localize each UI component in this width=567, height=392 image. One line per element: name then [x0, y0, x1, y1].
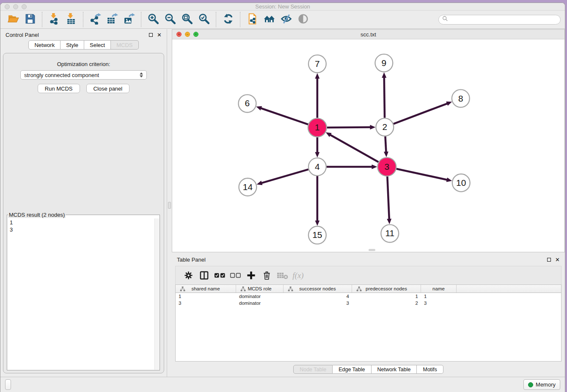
- export-network-button[interactable]: [87, 11, 104, 28]
- table-panel-close-button[interactable]: ✕: [555, 258, 560, 262]
- hide-selected-button[interactable]: [278, 11, 295, 28]
- function-builder-button: f(x): [290, 268, 306, 283]
- canvas-hscrollbar[interactable]: [369, 249, 375, 251]
- clone-network-button[interactable]: [244, 11, 261, 28]
- run-mcds-button[interactable]: Run MCDS: [38, 84, 80, 93]
- zoom-out-button[interactable]: [162, 11, 179, 28]
- zoom-out-icon: [165, 13, 176, 26]
- column-header-shared-name[interactable]: shared name: [176, 285, 236, 293]
- export-table-button[interactable]: [104, 11, 121, 28]
- tab-motifs[interactable]: Motifs: [417, 365, 443, 374]
- hierarchy-icon: [238, 286, 244, 292]
- edge-2-3[interactable]: [385, 136, 386, 152]
- tab-node-table[interactable]: Node Table: [293, 365, 333, 374]
- gear-button[interactable]: [181, 268, 196, 283]
- home-icon: [264, 13, 275, 26]
- network-titlebar: × − + scc.txt: [172, 30, 564, 39]
- result-scrollbar[interactable]: [154, 218, 159, 370]
- node-label-7: 7: [315, 59, 320, 69]
- tab-style[interactable]: Style: [61, 40, 84, 50]
- control-panel-tabs: NetworkStyleSelectMCDS: [0, 40, 167, 50]
- node-label-4: 4: [315, 162, 320, 171]
- edge-3-10[interactable]: [396, 169, 447, 180]
- trash-button[interactable]: [259, 268, 275, 283]
- memory-button[interactable]: Memory: [523, 379, 560, 390]
- node-table: shared nameMCDS rolesuccessor nodesprede…: [175, 284, 561, 362]
- cell-name[interactable]: 3: [421, 301, 457, 306]
- edge-2-9[interactable]: [384, 77, 385, 118]
- zoom-in-button[interactable]: [145, 11, 162, 28]
- columns-button[interactable]: [196, 268, 212, 283]
- table-toolbar: f(x): [175, 266, 561, 284]
- open-folder-button[interactable]: [5, 11, 22, 28]
- zoom-selected-button[interactable]: [195, 11, 212, 28]
- window-title: Session: New Session: [0, 3, 565, 10]
- criterion-select[interactable]: strongly connected component: [20, 70, 147, 80]
- table-row[interactable]: 1dominator411: [176, 293, 561, 300]
- tab-select[interactable]: Select: [84, 40, 111, 50]
- deselect-all-button[interactable]: [228, 268, 243, 283]
- close-icon: ✕: [157, 33, 162, 37]
- edge-4-14[interactable]: [261, 169, 308, 183]
- edge-2-8[interactable]: [394, 104, 447, 124]
- import-network-button[interactable]: [46, 11, 63, 28]
- edge-1-2[interactable]: [327, 127, 371, 128]
- column-header-name[interactable]: name: [421, 285, 457, 293]
- export-image-button[interactable]: [121, 11, 138, 28]
- task-history-button[interactable]: [5, 379, 11, 390]
- tab-edge-table[interactable]: Edge Table: [333, 365, 371, 374]
- show-all-icon: [297, 13, 309, 26]
- toolbar-groups: [5, 11, 311, 28]
- search-field[interactable]: [438, 15, 561, 25]
- toolbar-separator: [141, 12, 141, 27]
- zoom-fit-button[interactable]: [179, 11, 195, 28]
- home-button[interactable]: [261, 11, 278, 28]
- cell-successor-nodes[interactable]: 3: [284, 301, 352, 306]
- column-header-predecessor-nodes[interactable]: predecessor nodes: [352, 285, 421, 293]
- cell-predecessor-nodes[interactable]: 1: [352, 294, 421, 299]
- mcds-result-group: MCDS result (2 nodes) 1 3: [7, 212, 160, 370]
- table-panel-float-button[interactable]: [547, 258, 551, 262]
- table-tabs: Node TableEdge TableNetwork TableMotifs: [172, 365, 565, 374]
- edge-1-6[interactable]: [261, 108, 308, 124]
- search-input[interactable]: [450, 17, 557, 22]
- float-icon: [547, 258, 551, 262]
- network-canvas[interactable]: 7968124314101511: [172, 39, 564, 252]
- save-button[interactable]: [22, 11, 39, 28]
- control-panel-float-button[interactable]: [149, 33, 153, 37]
- tab-mcds[interactable]: MCDS: [111, 40, 138, 50]
- cell-predecessor-nodes[interactable]: 2: [352, 301, 421, 306]
- mcds-result-title: MCDS result (2 nodes): [8, 212, 66, 218]
- close-panel-button[interactable]: Close panel: [86, 84, 130, 93]
- tab-network[interactable]: Network: [28, 40, 61, 50]
- column-header-MCDS-role[interactable]: MCDS role: [236, 285, 284, 293]
- cell-shared-name[interactable]: 3: [176, 301, 236, 306]
- cell-shared-name[interactable]: 1: [176, 294, 236, 299]
- panel-splitter[interactable]: [167, 29, 172, 377]
- splitter-handle-icon[interactable]: [168, 202, 171, 209]
- table-row[interactable]: 3dominator323: [176, 300, 561, 306]
- select-all-button[interactable]: [212, 268, 228, 283]
- zoom-selected-icon: [198, 13, 210, 26]
- control-panel-close-button[interactable]: ✕: [157, 33, 162, 37]
- gear-icon: [184, 271, 193, 280]
- edge-3-1[interactable]: [330, 135, 378, 162]
- edge-3-11[interactable]: [387, 177, 389, 219]
- refresh-button[interactable]: [220, 11, 237, 28]
- column-header-successor-nodes[interactable]: successor nodes: [284, 285, 352, 293]
- import-table-button[interactable]: [63, 11, 80, 28]
- tab-network-table[interactable]: Network Table: [372, 365, 417, 374]
- app-window: Session: New Session Control Panel ✕ Net…: [0, 3, 565, 392]
- cell-MCDS-role[interactable]: dominator: [236, 294, 284, 299]
- cell-name[interactable]: 1: [421, 294, 457, 299]
- status-bar: Memory: [0, 377, 565, 392]
- trash-icon: [262, 271, 271, 280]
- optimization-criterion-label: Optimization criterion:: [3, 61, 164, 67]
- cell-MCDS-role[interactable]: dominator: [236, 301, 284, 306]
- add-row-button[interactable]: [243, 268, 259, 283]
- network-graph[interactable]: 7968124314101511: [172, 39, 564, 251]
- main-toolbar: [0, 10, 565, 29]
- cell-successor-nodes[interactable]: 4: [284, 294, 352, 299]
- mcds-result-text[interactable]: 1 3: [10, 219, 154, 369]
- hierarchy-icon: [354, 286, 360, 292]
